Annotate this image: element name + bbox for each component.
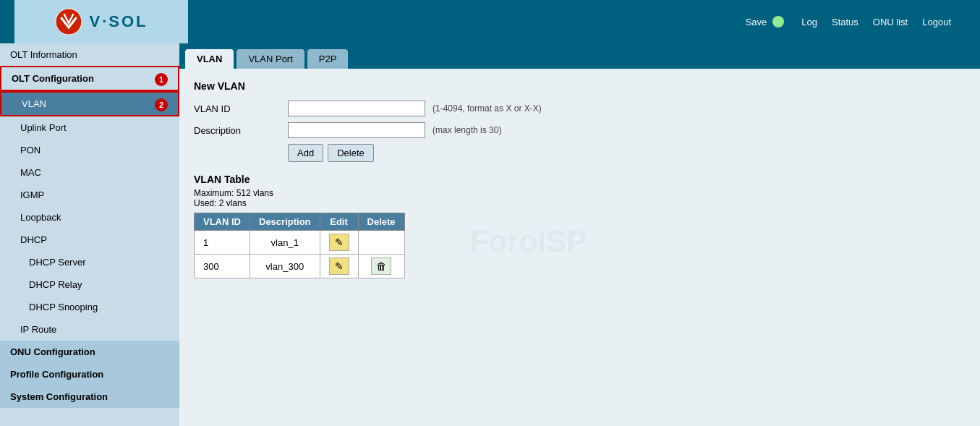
add-button[interactable]: Add <box>288 144 323 162</box>
tabs-bar: VLAN VLAN Port P2P <box>179 43 980 69</box>
table-row: 300vlan_300✎🗑 <box>195 255 405 278</box>
sidebar-item-igmp[interactable]: IGMP <box>0 184 179 206</box>
description-cell: vlan_300 <box>250 255 320 278</box>
vlan-id-label: VLAN ID <box>194 103 281 114</box>
sidebar-item-dhcp-server[interactable]: DHCP Server <box>0 251 179 273</box>
status-dot <box>772 16 784 27</box>
sidebar-item-dhcp-snooping[interactable]: DHCP Snooping <box>0 296 179 318</box>
sidebar: OLT Information OLT Configuration 1 VLAN… <box>0 43 179 426</box>
content-body: New VLAN VLAN ID (1-4094, format as X or… <box>179 69 980 290</box>
sidebar-item-system-config[interactable]: System Configuration <box>0 385 179 408</box>
log-link[interactable]: Log <box>801 17 817 27</box>
description-input[interactable] <box>288 122 425 138</box>
delete-icon-button[interactable]: 🗑 <box>371 257 391 275</box>
save-button[interactable]: Save <box>746 16 785 27</box>
logo-text: V·SOL <box>89 12 148 31</box>
status-link[interactable]: Status <box>832 17 858 27</box>
description-label: Description <box>194 125 281 136</box>
vlan-used-label: Used: 2 vlans <box>194 198 966 208</box>
vlan-id-cell: 1 <box>195 231 250 255</box>
edit-icon-button[interactable]: ✎ <box>329 234 349 251</box>
vlan-table-meta: Maximum: 512 vlans Used: 2 vlans <box>194 188 966 208</box>
delete-cell <box>358 231 404 255</box>
content-area: VLAN VLAN Port P2P New VLAN VLAN ID (1-4… <box>179 43 980 426</box>
description-cell: vlan_1 <box>250 231 320 255</box>
col-description: Description <box>250 213 320 231</box>
sidebar-item-loopback[interactable]: Loopback <box>0 206 179 229</box>
description-hint: (max length is 30) <box>433 125 501 135</box>
description-row: Description (max length is 30) <box>194 122 966 138</box>
sidebar-item-olt-info[interactable]: OLT Information <box>0 43 179 66</box>
form-buttons: Add Delete <box>288 144 966 162</box>
sidebar-item-profile-config[interactable]: Profile Configuration <box>0 363 179 385</box>
sidebar-item-dhcp[interactable]: DHCP <box>0 229 179 251</box>
vlan-id-input[interactable] <box>288 101 425 116</box>
edit-cell: ✎ <box>320 231 358 255</box>
tab-vlan[interactable]: VLAN <box>185 49 234 69</box>
tab-vlan-port[interactable]: VLAN Port <box>237 49 304 69</box>
vlan-id-cell: 300 <box>195 255 250 278</box>
vlan-table-title: VLAN Table <box>194 174 966 185</box>
sidebar-item-onu-config[interactable]: ONU Configuration <box>0 341 179 363</box>
delete-button[interactable]: Delete <box>328 144 374 162</box>
vlan-id-hint: (1-4094, format as X or X-X) <box>433 103 542 114</box>
vlan-table-section: VLAN Table Maximum: 512 vlans Used: 2 vl… <box>194 174 966 278</box>
table-header-row: VLAN ID Description Edit Delete <box>195 213 405 231</box>
sidebar-item-mac[interactable]: MAC <box>0 161 179 184</box>
sidebar-item-dhcp-relay[interactable]: DHCP Relay <box>0 273 179 296</box>
delete-cell: 🗑 <box>358 255 404 278</box>
vlan-table: VLAN ID Description Edit Delete 1vlan_1✎… <box>194 213 405 278</box>
sidebar-item-vlan[interactable]: VLAN 2 <box>0 91 179 116</box>
save-label: Save <box>746 17 767 27</box>
col-delete: Delete <box>358 213 404 231</box>
sidebar-item-ip-route[interactable]: IP Route <box>0 318 179 341</box>
edit-icon-button[interactable]: ✎ <box>329 257 349 275</box>
tab-p2p[interactable]: P2P <box>307 49 349 69</box>
col-vlan-id: VLAN ID <box>195 213 250 231</box>
header-nav: Log Status ONU list Logout <box>801 17 951 27</box>
sidebar-item-pon[interactable]: PON <box>0 139 179 161</box>
logo-area: V·SOL <box>14 0 188 43</box>
vlan-max-label: Maximum: 512 vlans <box>194 188 966 198</box>
table-row: 1vlan_1✎ <box>195 231 405 255</box>
vsol-logo-icon <box>54 7 83 36</box>
col-edit: Edit <box>320 213 358 231</box>
vlan-id-row: VLAN ID (1-4094, format as X or X-X) <box>194 101 966 116</box>
badge-olt-config: 1 <box>155 73 168 86</box>
sidebar-item-uplink-port[interactable]: Uplink Port <box>0 116 179 139</box>
logout-link[interactable]: Logout <box>922 17 951 27</box>
sidebar-item-olt-config[interactable]: OLT Configuration 1 <box>0 66 179 91</box>
new-vlan-title: New VLAN <box>194 80 966 92</box>
edit-cell: ✎ <box>320 255 358 278</box>
onu-list-link[interactable]: ONU list <box>873 17 908 27</box>
badge-vlan: 2 <box>155 98 168 111</box>
